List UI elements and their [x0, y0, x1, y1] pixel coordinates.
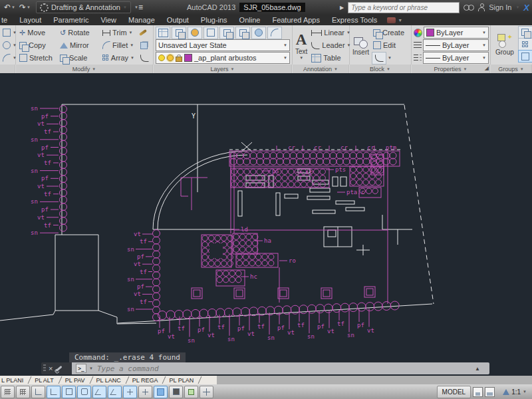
panel-label-layers[interactable]: Layers▼	[154, 65, 292, 73]
draw-tool-icon[interactable]	[2, 27, 11, 39]
undo-button[interactable]: ↶▼	[3, 3, 17, 12]
panel-label-draw[interactable]	[0, 65, 15, 73]
tab-output[interactable]: Output	[161, 16, 195, 24]
block-attr-caret-icon[interactable]: ▼	[388, 56, 392, 60]
panel-label-block[interactable]: Block▼	[350, 65, 411, 73]
qat-menu-button[interactable]: ▼≡	[132, 3, 144, 12]
stretch-button[interactable]: Stretch	[18, 53, 57, 64]
quick-view-layouts-icon[interactable]	[473, 387, 483, 397]
layout-tab-pl-alt[interactable]: PL ALT	[29, 376, 59, 384]
recent-commands-caret-icon[interactable]: ▼	[89, 366, 93, 370]
exchange-apps-icon[interactable]: X	[523, 3, 529, 13]
command-prompt-icon[interactable]: >_	[76, 364, 86, 373]
tab-express-tools[interactable]: Express Tools	[326, 16, 383, 24]
mirror-button[interactable]: Mirror	[59, 40, 100, 51]
tab-view[interactable]: View	[94, 16, 122, 24]
lineweight-toggle[interactable]	[154, 386, 168, 398]
ortho-mode-toggle[interactable]	[47, 386, 61, 398]
layout-tab-pl-plani[interactable]: L PLANI	[0, 376, 29, 384]
tab-parametric[interactable]: Parametric	[47, 16, 94, 24]
lineweight-icon[interactable]	[414, 42, 422, 49]
layout-tab-pl-rega[interactable]: PL REGA	[126, 376, 164, 384]
block-attribute-button[interactable]	[372, 52, 386, 65]
trim-button[interactable]: Trim▼	[101, 27, 134, 39]
polar-tracking-toggle[interactable]	[62, 386, 76, 398]
rotate-button[interactable]: ↺Rotate	[59, 27, 100, 39]
quick-view-drawings-icon[interactable]	[485, 387, 495, 397]
workspace-switcher[interactable]: Drafting & Annotation ▼	[36, 1, 131, 13]
block-edit-button[interactable]: Edit	[372, 40, 397, 51]
layout-tab-pl-pav[interactable]: PL PAV	[59, 376, 90, 384]
block-create-button[interactable]: Create	[372, 27, 406, 39]
leader-button[interactable]: Leader▼	[310, 40, 352, 51]
object-snap-tracking-toggle[interactable]	[108, 386, 122, 398]
sign-in-button[interactable]: Sign In	[489, 3, 511, 11]
redo-button[interactable]: ↷▼	[18, 3, 32, 12]
move-button[interactable]: ✛Move	[18, 27, 57, 39]
quick-properties-toggle[interactable]	[200, 386, 213, 398]
tab-manage[interactable]: Manage	[122, 16, 161, 24]
command-grip[interactable]: ×	[41, 362, 72, 374]
drawing-canvas[interactable]: Ycrcrcrcrptmpsstptspta.cldharohcsnpfvttf…	[0, 73, 532, 376]
expand-arrow-icon[interactable]: ▶	[340, 5, 344, 11]
layer-properties-button[interactable]	[156, 27, 170, 39]
annotation-scale-icon[interactable]	[503, 389, 509, 395]
drag-handle-icon[interactable]	[43, 364, 46, 372]
linetype-dropdown[interactable]: ByLayer▼	[423, 52, 489, 64]
grid-display-toggle[interactable]	[31, 386, 45, 398]
transparency-toggle[interactable]	[169, 386, 183, 398]
layer-off-button[interactable]	[188, 27, 202, 39]
scale-caret-icon[interactable]: ▼	[523, 390, 527, 394]
explode-button[interactable]	[136, 39, 151, 52]
snap-mode-toggle[interactable]	[16, 386, 30, 398]
layer-freeze-button[interactable]	[219, 27, 234, 39]
draw-tool-icon[interactable]	[2, 52, 11, 65]
draw-tool-icon[interactable]	[2, 39, 11, 52]
customize-wrench-icon[interactable]	[56, 365, 63, 371]
search-input[interactable]	[348, 2, 460, 13]
color-wheel-icon[interactable]	[414, 29, 422, 37]
layer-lock-button[interactable]	[235, 27, 250, 39]
layer-isolate-button[interactable]	[203, 27, 218, 39]
command-input-bar[interactable]: >_ ▼ ▲	[72, 362, 489, 374]
group-edit-button[interactable]	[518, 38, 532, 51]
group-button[interactable]: ✦ Group	[493, 27, 517, 62]
layer-unlock-icon[interactable]	[176, 57, 182, 62]
table-button[interactable]: Table	[310, 53, 342, 64]
layout-tab-pl-lanc[interactable]: PL LANC	[90, 376, 126, 384]
panel-label-modify[interactable]: Modify▼	[16, 65, 153, 73]
layer-tool-button[interactable]	[172, 27, 186, 39]
layout-tab-pl-plan[interactable]: PL PLAN	[163, 376, 199, 384]
layer-on-icon[interactable]	[158, 55, 165, 61]
expand-history-icon[interactable]: ▲	[475, 366, 480, 372]
dynamic-ucs-toggle[interactable]	[123, 386, 137, 398]
layer-dropdown[interactable]: _ap_plant arbustos▼	[156, 52, 290, 64]
panel-label-properties[interactable]: Properties▼	[412, 65, 490, 73]
infer-constraints-toggle[interactable]	[1, 386, 15, 398]
connect-caret-icon[interactable]: ▼	[398, 18, 402, 23]
panel-label-groups[interactable]: Groups▼	[491, 65, 532, 73]
model-space-button[interactable]: MODEL	[437, 386, 471, 398]
text-button[interactable]: A Text ▼	[293, 28, 310, 64]
selection-cycling-toggle[interactable]	[184, 386, 198, 398]
sign-in-caret-icon[interactable]: ▼	[515, 5, 519, 9]
object-color-dropdown[interactable]: ByLayer▼	[424, 27, 489, 39]
properties-dialog-launcher[interactable]: ◢	[485, 65, 489, 71]
layer-prev-button[interactable]	[267, 27, 282, 39]
array-button[interactable]: Array▼	[101, 53, 136, 64]
3d-object-snap-toggle[interactable]	[92, 386, 106, 398]
erase-button[interactable]	[136, 27, 150, 39]
layer-match-button[interactable]	[251, 27, 266, 39]
group-selection-toggle[interactable]	[518, 50, 532, 63]
search-icon[interactable]	[464, 5, 474, 11]
join-button[interactable]	[137, 52, 152, 65]
linear-dimension-button[interactable]: Linear▼	[310, 27, 352, 39]
tab-partial[interactable]: te	[0, 16, 13, 24]
annotation-scale-value[interactable]: 1:1	[511, 388, 521, 396]
tab-online[interactable]: Online	[233, 16, 267, 24]
scale-button[interactable]: Scale	[59, 53, 100, 64]
tab-plugins[interactable]: Plug-ins	[195, 16, 233, 24]
object-snap-toggle[interactable]	[77, 386, 91, 398]
linetype-icon[interactable]	[414, 55, 422, 61]
command-input[interactable]	[96, 364, 472, 374]
